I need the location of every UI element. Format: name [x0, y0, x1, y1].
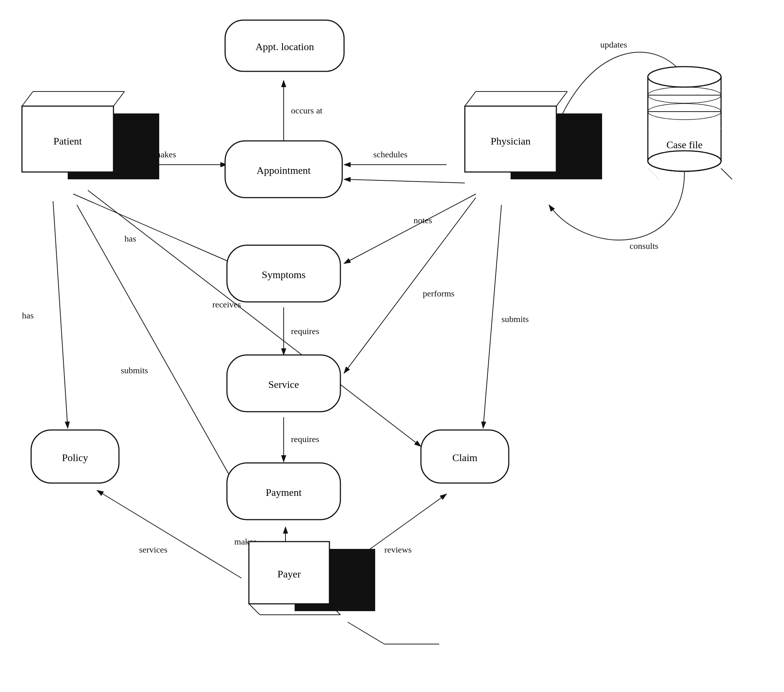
- edge-physician-appt2: [344, 179, 465, 183]
- svg-line-11: [556, 91, 567, 106]
- svg-line-10: [465, 91, 476, 106]
- edge-consults: [549, 172, 684, 240]
- svg-text:Payment: Payment: [266, 487, 301, 498]
- node-claim: Claim: [421, 430, 509, 483]
- label-performs: performs: [423, 289, 455, 298]
- label-has-policy: has: [22, 311, 34, 320]
- svg-text:Claim: Claim: [452, 452, 478, 463]
- edge-has-policy: [53, 201, 68, 428]
- label-services: services: [139, 545, 167, 554]
- label-occurs-at: occurs at: [291, 106, 323, 115]
- svg-text:Physician: Physician: [491, 135, 531, 147]
- label-submits-claim: submits: [501, 314, 529, 324]
- svg-line-4: [22, 91, 33, 106]
- label-notes: notes: [413, 216, 432, 225]
- svg-text:Payer: Payer: [277, 568, 301, 580]
- node-appointment: Appointment: [225, 141, 342, 198]
- node-patient: Patient: [22, 91, 159, 179]
- svg-text:Service: Service: [268, 379, 299, 390]
- edge-has-symptoms: [73, 194, 242, 267]
- svg-point-43: [648, 151, 721, 171]
- label-requires2: requires: [291, 434, 319, 444]
- label-has: has: [124, 234, 136, 243]
- edge-notes: [344, 194, 476, 264]
- label-submits-payment: submits: [121, 366, 148, 375]
- svg-line-45: [721, 168, 732, 179]
- node-payment: Payment: [227, 463, 340, 520]
- label-reviews: reviews: [384, 545, 412, 554]
- svg-line-47: [348, 622, 384, 644]
- label-schedules: schedules: [373, 150, 407, 159]
- node-case-file: Case file: [648, 67, 732, 179]
- node-service: Service: [227, 355, 340, 412]
- label-receives: receives: [212, 300, 241, 309]
- svg-text:Case file: Case file: [667, 139, 703, 150]
- svg-text:Patient: Patient: [53, 135, 82, 147]
- edge-services: [97, 490, 242, 578]
- svg-text:Appt. location: Appt. location: [255, 41, 314, 52]
- node-symptoms: Symptoms: [227, 245, 340, 302]
- svg-text:Appointment: Appointment: [257, 165, 311, 176]
- label-updates: updates: [600, 40, 627, 49]
- label-requires1: requires: [291, 326, 319, 336]
- node-appt-location: Appt. location: [225, 20, 344, 71]
- node-physician: Physician: [465, 91, 602, 179]
- svg-point-35: [648, 67, 721, 87]
- node-payer: Payer: [249, 542, 375, 615]
- svg-text:Symptoms: Symptoms: [262, 269, 306, 280]
- edge-submits-claim: [483, 205, 501, 428]
- svg-line-16: [249, 604, 260, 615]
- svg-text:Policy: Policy: [62, 452, 88, 463]
- label-consults: consults: [629, 241, 659, 250]
- svg-line-46: [648, 168, 659, 179]
- edge-performs: [344, 198, 476, 373]
- svg-line-5: [114, 91, 124, 106]
- node-policy: Policy: [31, 430, 119, 483]
